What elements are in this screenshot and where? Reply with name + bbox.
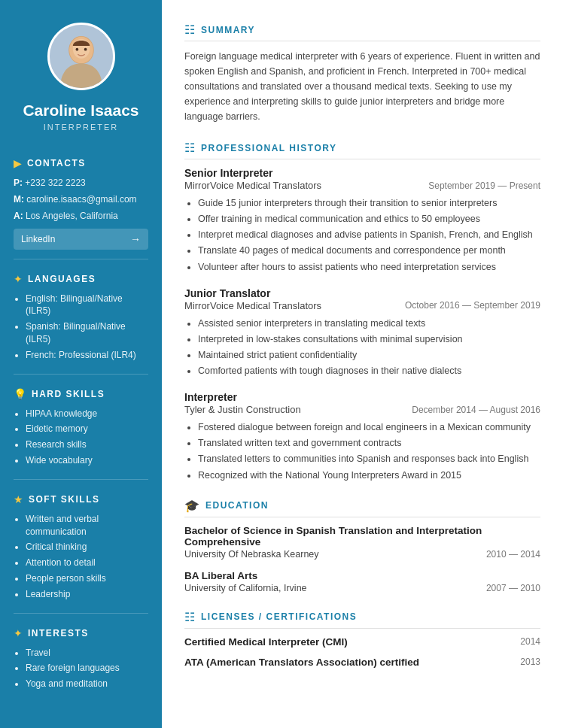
job-2-meta: MirrorVoice Medical Translators October …: [184, 300, 540, 311]
list-item: HIPAA knowledge: [26, 408, 148, 420]
list-item: Volunteer after hours to assist patients…: [198, 260, 540, 274]
languages-section: ✦ LANGUAGES English: Bilingual/Native (I…: [0, 262, 162, 371]
job-1-dates: September 2019 — Present: [428, 180, 540, 191]
job-1-title: Senior Interpreter: [184, 167, 540, 179]
professional-history-icon: ☷: [184, 141, 195, 155]
list-item: Eidetic memory: [26, 423, 148, 435]
edu-1-meta: University Of Nebraska Kearney 2010 — 20…: [184, 549, 540, 560]
soft-skills-icon: ★: [14, 493, 23, 505]
edu-2-meta: University of California, Irvine 2007 — …: [184, 583, 540, 593]
job-1-company: MirrorVoice Medical Translators: [184, 180, 321, 191]
list-item: Leadership: [26, 588, 148, 601]
professional-history-header: ☷ PROFESSIONAL HISTORY: [184, 141, 540, 159]
divider-2: [14, 374, 148, 375]
list-item: English: Bilingual/Native (ILR5): [26, 293, 148, 318]
sidebar: Caroline Isaacs INTERPRETER ▶ CONTACTS P…: [0, 0, 162, 728]
list-item: Spanish: Bilingual/Native (ILR5): [26, 320, 148, 346]
job-2: Junior Translator MirrorVoice Medical Tr…: [184, 287, 540, 378]
hard-skills-icon: 💡: [14, 388, 26, 400]
summary-text: Foreign language medical interpreter wit…: [184, 49, 540, 124]
list-item: People person skills: [26, 572, 148, 585]
job-3-title: Interpreter: [184, 391, 540, 403]
list-item: Yoga and meditation: [26, 678, 148, 690]
list-item: Assisted senior interpreters in translat…: [198, 317, 540, 330]
divider-1: [14, 259, 148, 259]
soft-skills-list: Written and verbal communication Critica…: [14, 513, 148, 601]
edu-2: BA Liberal Arts University of California…: [184, 570, 540, 593]
hard-skills-header: 💡 HARD SKILLS: [14, 388, 148, 400]
soft-skills-section: ★ SOFT SKILLS Written and verbal communi…: [0, 483, 162, 610]
education-icon: 🎓: [184, 499, 199, 513]
candidate-name: Caroline Isaacs: [14, 101, 148, 120]
contacts-label: CONTACTS: [27, 158, 86, 168]
list-item: Translated written text and government c…: [198, 436, 540, 450]
list-item: Fostered dialogue between foreign and lo…: [198, 420, 540, 434]
summary-header: ☷ SUMMARY: [184, 23, 540, 41]
certifications-icon: ☷: [184, 610, 195, 624]
summary-section: ☷ SUMMARY Foreign language medical inter…: [184, 23, 540, 124]
job-1: Senior Interpreter MirrorVoice Medical T…: [184, 167, 540, 274]
edu-1: Bachelor of Science in Spanish Translati…: [184, 525, 540, 560]
list-item: Translate 40 pages of medical documents …: [198, 244, 540, 257]
job-1-meta: MirrorVoice Medical Translators Septembe…: [184, 180, 540, 191]
job-2-title: Junior Translator: [184, 287, 540, 299]
svg-point-4: [75, 48, 78, 51]
cert-1: Certified Medical Interpreter (CMI) 2014: [184, 636, 540, 648]
job-3: Interpreter Tyler & Justin Construction …: [184, 391, 540, 482]
soft-skills-header: ★ SOFT SKILLS: [14, 493, 148, 505]
certifications-section: ☷ LICENSES / CERTIFICATIONS Certified Me…: [184, 610, 540, 668]
list-item: Offer training in medical communication …: [198, 212, 540, 226]
list-item: Recognized with the National Young Inter…: [198, 469, 540, 482]
divider-3: [14, 479, 148, 480]
contacts-header: ▶ CONTACTS: [14, 157, 148, 169]
languages-icon: ✦: [14, 273, 23, 285]
edu-1-degree: Bachelor of Science in Spanish Translati…: [184, 525, 540, 548]
job-3-meta: Tyler & Justin Construction December 201…: [184, 404, 540, 415]
main-content: ☷ SUMMARY Foreign language medical inter…: [162, 0, 563, 728]
professional-history-title: PROFESSIONAL HISTORY: [201, 143, 336, 153]
certifications-title: LICENSES / CERTIFICATIONS: [201, 611, 357, 622]
linkedin-button[interactable]: LinkedIn →: [14, 229, 148, 250]
list-item: Interpret medical diagnoses and advise p…: [198, 228, 540, 241]
interests-list: Travel Rare foreign languages Yoga and m…: [14, 647, 148, 690]
cert-1-year: 2014: [520, 636, 540, 648]
interests-icon: ✦: [14, 627, 23, 639]
contact-address: A: Los Angeles, California: [14, 210, 148, 223]
interests-header: ✦ INTERESTS: [14, 627, 148, 639]
svg-point-5: [84, 48, 87, 51]
list-item: Rare foreign languages: [26, 662, 148, 675]
list-item: Research skills: [26, 438, 148, 451]
edu-2-degree: BA Liberal Arts: [184, 570, 540, 581]
list-item: Guide 15 junior interpreters through the…: [198, 196, 540, 210]
job-3-company: Tyler & Justin Construction: [184, 404, 301, 415]
job-2-dates: October 2016 — September 2019: [405, 300, 540, 311]
hard-skills-list: HIPAA knowledge Eidetic memory Research …: [14, 408, 148, 467]
edu-1-dates: 2010 — 2014: [486, 549, 540, 560]
education-title: EDUCATION: [205, 500, 269, 511]
list-item: Translated letters to communities into S…: [198, 452, 540, 466]
languages-label: LANGUAGES: [28, 274, 96, 284]
list-item: Wide vocabulary: [26, 454, 148, 467]
list-item: Maintained strict patient confidentialit…: [198, 348, 540, 362]
job-3-bullets: Fostered dialogue between foreign and lo…: [184, 420, 540, 482]
cert-2-name: ATA (American Translators Association) c…: [184, 657, 419, 668]
list-item: Written and verbal communication: [26, 513, 148, 538]
certifications-header: ☷ LICENSES / CERTIFICATIONS: [184, 610, 540, 629]
edu-2-dates: 2007 — 2010: [486, 583, 540, 593]
edu-2-school: University of California, Irvine: [184, 583, 307, 593]
list-item: Attention to detail: [26, 557, 148, 569]
interests-label: INTERESTS: [28, 628, 89, 639]
cert-1-name: Certified Medical Interpreter (CMI): [184, 636, 348, 648]
avatar: [47, 23, 115, 90]
job-1-bullets: Guide 15 junior interpreters through the…: [184, 196, 540, 274]
list-item: French: Professional (ILR4): [26, 349, 148, 362]
languages-header: ✦ LANGUAGES: [14, 273, 148, 285]
contacts-section: ▶ CONTACTS P: +232 322 2223 M: caroline.…: [0, 147, 162, 255]
contact-phone: P: +232 322 2223: [14, 177, 148, 190]
resume-container: Caroline Isaacs INTERPRETER ▶ CONTACTS P…: [0, 0, 563, 728]
interests-section: ✦ INTERESTS Travel Rare foreign language…: [0, 617, 162, 699]
cert-2: ATA (American Translators Association) c…: [184, 657, 540, 668]
list-item: Travel: [26, 647, 148, 660]
summary-title: SUMMARY: [201, 25, 255, 35]
professional-history-section: ☷ PROFESSIONAL HISTORY Senior Interprete…: [184, 141, 540, 482]
